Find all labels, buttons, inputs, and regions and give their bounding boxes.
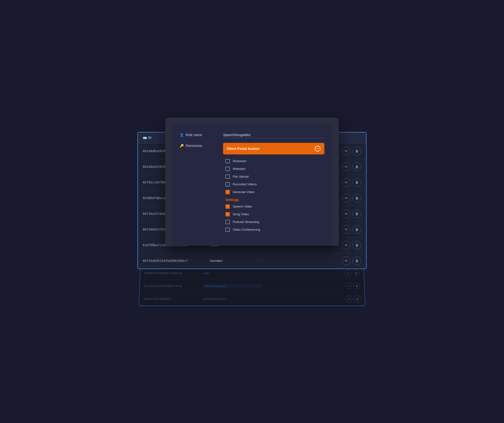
trash-icon: 🗑	[355, 259, 359, 263]
key-icon: 🔑	[180, 144, 184, 148]
bg-action-btns-3: ✏ 🗑	[322, 295, 361, 302]
bg-cell-desc-3: —	[262, 297, 322, 300]
role-name-input[interactable]	[223, 132, 324, 138]
edit-icon: ✏	[345, 149, 348, 153]
delete-btn-0[interactable]: 🗑	[353, 147, 361, 155]
delete-btn-1[interactable]: 🗑	[353, 162, 361, 171]
scene-container: ID Name Description Actions 8e135903233#…	[137, 118, 367, 306]
settings-checkbox-podcast_streaming[interactable]	[225, 220, 230, 224]
edit-btn-7[interactable]: ✏	[342, 257, 351, 265]
user-icon: 👤	[180, 133, 184, 137]
checkbox-recorded_videos[interactable]	[225, 182, 230, 187]
bg-cell-desc-1: —	[262, 272, 321, 275]
permission-header-text: Client Portal Access	[227, 147, 259, 151]
edit-btn-4[interactable]: ✏	[342, 209, 351, 218]
delete-btn-3[interactable]: 🗑	[353, 194, 361, 202]
modal-overlay: 👤 Role name 🔑 Permission	[165, 118, 339, 246]
checkbox-websites[interactable]	[225, 167, 230, 171]
laptop-screen: 👤 Role name 🔑 Permission	[172, 125, 332, 246]
laptop-frame: 👤 Role name 🔑 Permission	[165, 118, 339, 246]
edit-icon: ✏	[345, 212, 348, 216]
trash-icon: 🗑	[355, 196, 359, 200]
bg-del-btn-2[interactable]: 🗑	[353, 283, 360, 289]
permission-label-recorded_videos: Recorded Videos	[233, 182, 257, 186]
delete-btn-5[interactable]: 🗑	[353, 225, 361, 234]
bg-del-btn-1[interactable]: 🗑	[353, 270, 360, 277]
permission-section: Client Portal Access − Restream	[223, 143, 324, 234]
trash-icon: 🗑	[355, 228, 359, 231]
cell-id-7: 66732a035334fbd990389dcf	[143, 259, 210, 263]
edit-btn-0[interactable]: ✏	[342, 147, 351, 155]
settings-item-song_video: ✓ Song Video	[225, 210, 322, 218]
edit-icon: ✏	[345, 243, 348, 247]
bg-cell-name-3: GENERATEVIDEO...	[203, 297, 262, 300]
edit-btn-2[interactable]: ✏	[342, 178, 351, 187]
bg-action-btns-1: ✏ 🗑	[321, 270, 360, 277]
settings-checkbox-video_conferencing[interactable]	[225, 228, 230, 232]
settings-label-podcast_streaming: Podcast Streaming	[233, 220, 259, 224]
settings-label-video_conferencing: Video Conferencing	[233, 228, 260, 231]
edit-icon: ✏	[345, 180, 348, 184]
edit-btn-3[interactable]: ✏	[342, 194, 351, 202]
bg-edit-btn-3[interactable]: ✏	[346, 295, 353, 302]
bg-cell-id-2: 8e135891Z1P398S89F5C8+5P	[144, 284, 203, 287]
laptop-screen-inner: 👤 Role name 🔑 Permission	[172, 125, 332, 246]
bg-edit-btn-2[interactable]: ✏	[345, 283, 352, 289]
permission-label: 🔑 Permission	[180, 143, 218, 148]
permission-label-file_upload: File Upload	[233, 175, 249, 178]
table-row: 66732a035334fbd990389dcf livevideo -- ✏ …	[138, 253, 366, 269]
cell-desc-7: --	[262, 259, 313, 263]
bg-cell-name-1: testll	[203, 272, 262, 275]
settings-label-song_video: Song Video	[233, 212, 249, 216]
permission-row: 🔑 Permission Client Portal Access −	[180, 143, 324, 234]
permission-item-file_upload: File Upload	[225, 173, 322, 180]
trash-icon: 🗑	[355, 149, 359, 153]
trash-icon: 🗑	[355, 180, 359, 184]
permission-label-websites: Websites	[233, 167, 245, 171]
checkbox-generate_video[interactable]: ✓	[225, 190, 230, 194]
cell-name-7: livevideo	[210, 259, 262, 263]
settings-items-container: ✓ Speech Video ✓ Song Video Podcast Stre…	[225, 203, 322, 234]
bg-del-btn-3[interactable]: 🗑	[354, 295, 361, 302]
permission-label-generate_video: Generate Video	[233, 190, 255, 194]
edit-icon: ✏	[345, 165, 348, 169]
role-name-label: 👤 Role name	[180, 132, 218, 137]
permission-list: Restream Websites File Upload Recorded V…	[223, 157, 324, 234]
settings-item-video_conferencing: Video Conferencing	[225, 226, 322, 234]
delete-btn-7[interactable]: 🗑	[353, 257, 361, 265]
trash-icon: 🗑	[355, 212, 359, 216]
settings-item-podcast_streaming: Podcast Streaming	[225, 218, 322, 226]
delete-btn-4[interactable]: 🗑	[353, 209, 361, 218]
checkbox-file_upload[interactable]	[225, 174, 230, 179]
permission-header[interactable]: Client Portal Access −	[223, 143, 324, 154]
permission-label-restream: Restream	[233, 159, 246, 163]
permission-item-websites: Websites	[225, 165, 322, 173]
settings-checkbox-song_video[interactable]: ✓	[225, 212, 230, 216]
permission-item-generate_video: ✓ Generate Video	[225, 188, 322, 196]
id-icon: 🪪	[143, 136, 147, 140]
edit-icon: ✏	[345, 228, 348, 231]
settings-section-title: Settings	[225, 196, 322, 203]
edit-btn-6[interactable]: ✏	[342, 241, 351, 250]
bg-cell-id-1: 659889P1C59R009J1493H120	[144, 271, 203, 275]
delete-btn-2[interactable]: 🗑	[353, 178, 361, 187]
settings-checkbox-speech_video[interactable]: ✓	[225, 204, 230, 209]
edit-icon: ✏	[345, 196, 348, 200]
bg-table-row: 90A1553Z2+4KA09C8... GENERATEVIDEO... — …	[139, 292, 365, 305]
bg-cell-name-2: SpeechSongvideo	[203, 284, 262, 288]
edit-btn-1[interactable]: ✏	[342, 162, 351, 171]
delete-btn-6[interactable]: 🗑	[353, 241, 361, 250]
bg-edit-btn-1[interactable]: ✏	[345, 270, 352, 277]
bg-table-row: 8e135891Z1P398S89F5C8+5P SpeechSongvideo…	[140, 280, 364, 292]
checkbox-restream[interactable]	[225, 159, 230, 163]
trash-icon: 🗑	[355, 243, 359, 247]
bg-action-btns-2: ✏ 🗑	[321, 283, 361, 289]
edit-icon: ✏	[345, 259, 348, 263]
permission-toggle[interactable]: −	[315, 146, 320, 152]
edit-btn-5[interactable]: ✏	[342, 225, 351, 234]
trash-icon: 🗑	[355, 165, 359, 169]
permission-item-restream: Restream	[225, 157, 322, 165]
bg-cell-desc-2: —	[262, 284, 321, 287]
settings-item-speech_video: ✓ Speech Video	[225, 203, 322, 210]
bg-cell-id-3: 90A1553Z2+4KA09C8...	[143, 297, 203, 300]
